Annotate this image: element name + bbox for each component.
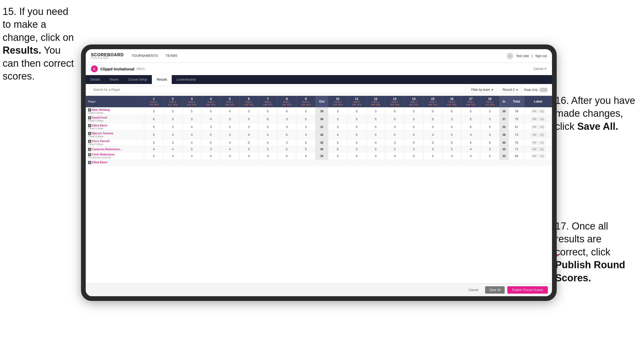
score-cell[interactable]: 3 (328, 123, 347, 131)
score-cell[interactable]: 36 (315, 147, 328, 152)
round-dropdown[interactable]: Round 3 ▾ (499, 86, 521, 93)
score-cell[interactable]: 3 (423, 139, 442, 147)
score-cell[interactable]: 38 (499, 131, 509, 139)
score-cell[interactable]: 3 (220, 123, 239, 131)
score-cell[interactable]: 5 (347, 131, 366, 139)
score-cell[interactable]: 5 (201, 152, 220, 160)
score-cell[interactable]: 3 (144, 107, 163, 115)
tab-teams[interactable]: Teams (105, 75, 123, 84)
score-cell[interactable]: 3 (480, 131, 499, 139)
score-cell[interactable]: 4 (163, 152, 182, 160)
score-cell[interactable]: 4 (328, 131, 347, 139)
score-cell[interactable]: 3 (366, 152, 385, 160)
score-cell[interactable]: 5 (366, 123, 385, 131)
score-cell[interactable]: 4 (461, 152, 480, 160)
score-cell[interactable]: 5 (461, 107, 480, 115)
score-cell[interactable]: 4 (220, 107, 239, 115)
tab-leaderboards[interactable]: Leaderboards (172, 75, 200, 84)
score-cell[interactable]: 3 (385, 147, 404, 152)
score-cell[interactable]: 67 (509, 123, 524, 131)
score-cell[interactable]: 35 (499, 147, 509, 152)
score-cell[interactable]: 4 (182, 123, 201, 131)
score-cell[interactable]: 5 (296, 107, 315, 115)
score-cell[interactable]: 5 (423, 115, 442, 123)
label-button[interactable]: DQ (539, 141, 545, 144)
score-cell[interactable]: 3 (423, 123, 442, 131)
label-button[interactable]: DQ (539, 109, 545, 113)
score-cell[interactable]: 3 (144, 152, 163, 160)
score-cell[interactable]: 3 (277, 115, 296, 123)
score-cell[interactable]: 39 (315, 107, 328, 115)
score-cell[interactable]: 5 (201, 107, 220, 115)
save-all-button[interactable]: Save All (485, 286, 505, 294)
score-cell[interactable]: 3 (201, 147, 220, 152)
score-cell[interactable]: 3 (277, 123, 296, 131)
tab-details[interactable]: Details (86, 75, 105, 84)
score-cell[interactable]: 5 (385, 131, 404, 139)
score-cell[interactable]: 3 (163, 115, 182, 123)
score-cell[interactable]: 5 (258, 147, 277, 152)
score-cell[interactable]: 5 (347, 115, 366, 123)
score-cell[interactable]: 4 (201, 115, 220, 123)
score-cell[interactable]: 3 (163, 123, 182, 131)
score-cell[interactable]: 3 (328, 115, 347, 123)
label-button[interactable]: WD (531, 154, 538, 158)
score-cell[interactable]: 5 (366, 147, 385, 152)
score-cell[interactable]: 3 (163, 139, 182, 147)
score-cell[interactable]: 5 (239, 131, 258, 139)
score-cell[interactable]: 3 (385, 123, 404, 131)
score-cell[interactable]: 3 (182, 115, 201, 123)
score-cell[interactable]: 3 (480, 152, 499, 160)
score-cell[interactable]: 6 (442, 107, 461, 115)
score-cell[interactable]: 5 (144, 131, 163, 139)
label-button[interactable]: WD (531, 133, 538, 137)
score-cell[interactable]: 4 (220, 147, 239, 152)
score-cell[interactable]: 5 (258, 131, 277, 139)
score-cell[interactable]: 5 (347, 139, 366, 147)
score-cell[interactable]: 4 (385, 152, 404, 160)
score-cell[interactable]: 35 (315, 152, 328, 160)
score-cell[interactable]: 3 (480, 115, 499, 123)
score-cell[interactable]: 5 (296, 115, 315, 123)
score-cell[interactable]: 5 (423, 107, 442, 115)
score-cell[interactable]: 4 (239, 152, 258, 160)
score-cell[interactable]: 3 (328, 107, 347, 115)
score-cell[interactable]: 5 (347, 107, 366, 115)
score-cell[interactable]: 3 (163, 131, 182, 139)
label-button[interactable]: DQ (539, 133, 545, 137)
tab-results[interactable]: Results (152, 75, 172, 84)
toggle-switch[interactable] (539, 88, 548, 92)
score-cell[interactable]: 5 (296, 147, 315, 152)
score-cell[interactable]: 3 (220, 115, 239, 123)
score-cell[interactable]: 5 (258, 107, 277, 115)
score-cell[interactable]: 3 (442, 115, 461, 123)
score-cell[interactable]: 3 (328, 152, 347, 160)
score-cell[interactable]: 4 (404, 131, 423, 139)
score-cell[interactable]: 4 (366, 139, 385, 147)
score-cell[interactable]: 39 (499, 107, 509, 115)
score-cell[interactable]: 5 (480, 139, 499, 147)
score-cell[interactable]: 35 (315, 139, 328, 147)
score-cell[interactable]: 4 (144, 147, 163, 152)
score-cell[interactable]: 4 (182, 139, 201, 147)
score-cell[interactable]: 5 (442, 147, 461, 152)
score-cell[interactable]: 35 (499, 123, 509, 131)
score-cell[interactable]: 3 (296, 123, 315, 131)
score-cell[interactable]: 5 (277, 131, 296, 139)
score-cell[interactable]: 68 (509, 152, 524, 160)
score-cell[interactable]: 4 (296, 152, 315, 160)
score-cell[interactable]: 3 (144, 139, 163, 147)
score-cell[interactable]: 6 (461, 123, 480, 131)
score-cell[interactable]: 3 (239, 147, 258, 152)
score-cell[interactable]: 40 (499, 139, 509, 147)
score-cell[interactable]: 75 (509, 139, 524, 147)
score-cell[interactable]: 3 (366, 107, 385, 115)
score-cell[interactable]: 3 (480, 147, 499, 152)
score-cell[interactable]: 4 (182, 152, 201, 160)
label-button[interactable]: WD (531, 117, 538, 121)
tab-course-setup[interactable]: Course Setup (123, 75, 152, 84)
score-cell[interactable]: 5 (328, 139, 347, 147)
score-cell[interactable]: 32 (315, 123, 328, 131)
publish-round-scores-button[interactable]: Publish Round Scores (507, 286, 548, 294)
score-cell[interactable]: 6 (385, 107, 404, 115)
